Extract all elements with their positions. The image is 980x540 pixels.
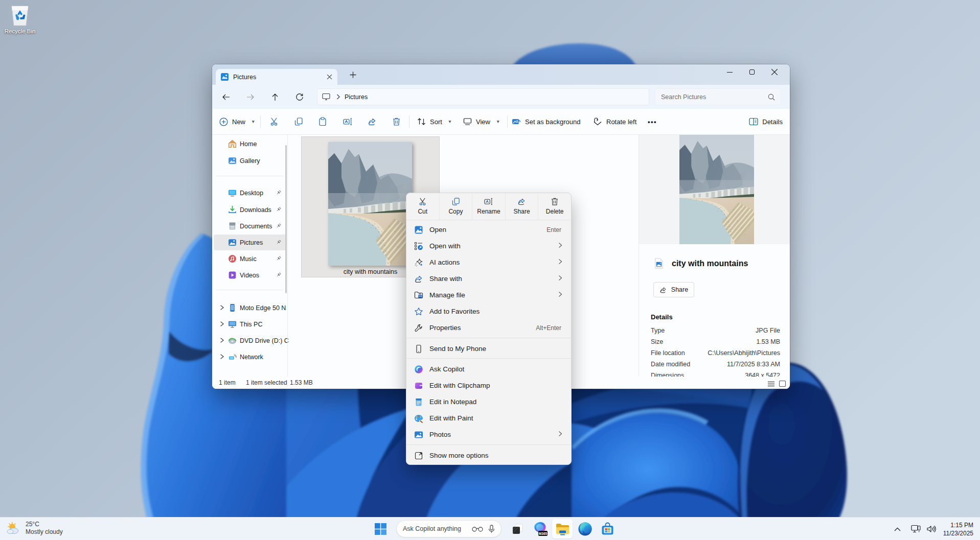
- svg-text:M365: M365: [538, 531, 547, 535]
